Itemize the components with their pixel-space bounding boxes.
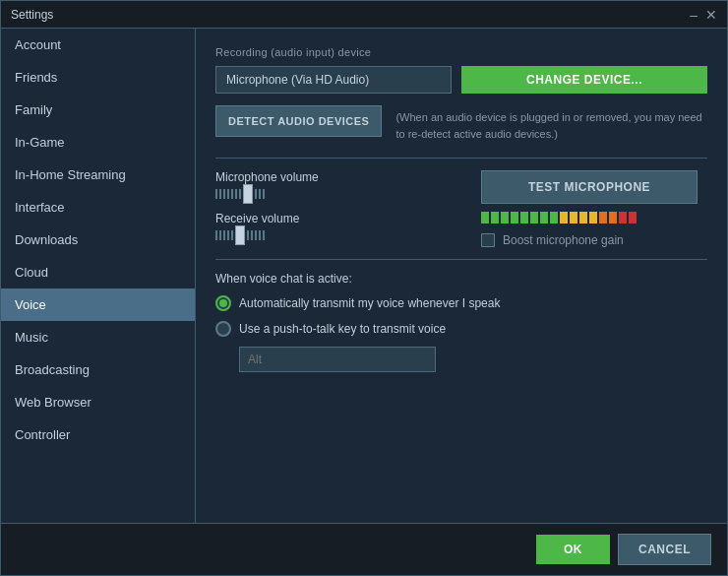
- test-microphone-button[interactable]: TEST MICROPHONE: [481, 170, 698, 204]
- microphone-volume-row: Microphone volume: [215, 170, 707, 204]
- level-seg: [589, 212, 597, 224]
- detect-note: (When an audio device is plugged in or r…: [395, 105, 707, 142]
- level-seg: [511, 212, 518, 224]
- tick: [259, 189, 261, 199]
- sidebar-item-account[interactable]: Account: [1, 29, 195, 61]
- level-seg: [530, 212, 538, 224]
- tick: [239, 189, 241, 199]
- level-seg: [491, 212, 499, 224]
- sidebar-item-downloads[interactable]: Downloads: [1, 224, 195, 256]
- content-area: Recording (audio input) device CHANGE DE…: [196, 29, 727, 523]
- level-seg: [481, 212, 489, 224]
- level-seg: [619, 212, 627, 224]
- tick: [255, 230, 257, 240]
- recording-label: Recording (audio input) device: [215, 46, 707, 58]
- push-to-talk-input[interactable]: [239, 347, 436, 372]
- auto-transmit-option[interactable]: Automatically transmit my voice whenever…: [215, 295, 707, 311]
- sidebar-item-in-game[interactable]: In-Game: [1, 126, 195, 159]
- boost-row: Boost microphone gain: [481, 233, 624, 247]
- close-button[interactable]: ✕: [705, 7, 717, 23]
- sidebar-item-family[interactable]: Family: [1, 94, 195, 126]
- receive-slider[interactable]: [215, 225, 465, 245]
- level-meter: [481, 212, 637, 224]
- ok-button[interactable]: OK: [536, 535, 610, 564]
- level-seg: [550, 212, 558, 224]
- tick: [263, 230, 265, 240]
- tick: [251, 230, 253, 240]
- window-title: Settings: [11, 8, 53, 22]
- slider-thumb[interactable]: [235, 225, 245, 245]
- tick: [219, 230, 221, 240]
- minimize-button[interactable]: –: [690, 7, 698, 23]
- main-content: AccountFriendsFamilyIn-GameIn-Home Strea…: [1, 29, 727, 523]
- tick: [259, 230, 261, 240]
- boost-checkbox[interactable]: [481, 233, 495, 247]
- push-to-talk-key-row: [215, 347, 707, 372]
- volume-right: TEST MICROPHONE: [481, 170, 707, 204]
- divider-1: [215, 158, 707, 159]
- level-seg: [599, 212, 607, 224]
- sidebar-item-voice[interactable]: Voice: [1, 288, 195, 321]
- sidebar-item-broadcasting[interactable]: Broadcasting: [1, 353, 195, 386]
- cancel-button[interactable]: CANCEL: [618, 534, 711, 565]
- receive-right: Boost microphone gain: [481, 212, 707, 247]
- level-seg: [540, 212, 548, 224]
- detect-row: DETECT AUDIO DEVICES (When an audio devi…: [215, 105, 707, 142]
- auto-transmit-radio[interactable]: [215, 295, 231, 311]
- sidebar-item-in-home-streaming[interactable]: In-Home Streaming: [1, 159, 195, 191]
- microphone-volume-label: Microphone volume: [215, 170, 465, 184]
- tick: [247, 230, 249, 240]
- settings-window: Settings – ✕ AccountFriendsFamilyIn-Game…: [0, 0, 728, 576]
- tick: [227, 189, 229, 199]
- title-bar: Settings – ✕: [1, 1, 727, 29]
- tick: [227, 230, 229, 240]
- auto-transmit-label: Automatically transmit my voice whenever…: [239, 296, 500, 310]
- boost-label: Boost microphone gain: [503, 233, 624, 247]
- push-to-talk-label: Use a push-to-talk key to transmit voice: [239, 322, 446, 336]
- sidebar-item-music[interactable]: Music: [1, 321, 195, 353]
- tick: [231, 230, 233, 240]
- detect-audio-button[interactable]: DETECT AUDIO DEVICES: [215, 105, 382, 137]
- footer: OK CANCEL: [1, 523, 727, 575]
- level-seg: [520, 212, 528, 224]
- level-seg: [570, 212, 577, 224]
- level-seg: [609, 212, 617, 224]
- change-device-button[interactable]: CHANGE DEVICE...: [461, 66, 707, 94]
- sidebar: AccountFriendsFamilyIn-GameIn-Home Strea…: [1, 29, 196, 523]
- tick: [215, 230, 217, 240]
- tick: [231, 189, 233, 199]
- divider-2: [215, 259, 707, 260]
- voice-active-label: When voice chat is active:: [215, 272, 707, 286]
- level-seg: [501, 212, 509, 224]
- window-controls: – ✕: [690, 7, 717, 23]
- push-to-talk-option[interactable]: Use a push-to-talk key to transmit voice: [215, 321, 707, 337]
- push-to-talk-radio[interactable]: [215, 321, 231, 337]
- tick: [219, 189, 221, 199]
- sidebar-item-interface[interactable]: Interface: [1, 191, 195, 224]
- slider-thumb[interactable]: [243, 184, 253, 204]
- tick: [223, 189, 225, 199]
- sidebar-item-web-browser[interactable]: Web Browser: [1, 386, 195, 418]
- level-seg: [579, 212, 587, 224]
- device-input[interactable]: [215, 66, 452, 94]
- sidebar-item-friends[interactable]: Friends: [1, 61, 195, 94]
- tick: [223, 230, 225, 240]
- tick: [215, 189, 217, 199]
- microphone-slider[interactable]: [215, 184, 465, 204]
- tick: [235, 189, 237, 199]
- tick: [255, 189, 257, 199]
- receive-volume-row: Receive volume: [215, 212, 707, 247]
- tick: [263, 189, 265, 199]
- sidebar-item-cloud[interactable]: Cloud: [1, 256, 195, 288]
- receive-volume-label: Receive volume: [215, 212, 465, 225]
- sidebar-item-controller[interactable]: Controller: [1, 418, 195, 451]
- level-seg: [629, 212, 637, 224]
- level-seg: [560, 212, 568, 224]
- device-row: CHANGE DEVICE...: [215, 66, 707, 94]
